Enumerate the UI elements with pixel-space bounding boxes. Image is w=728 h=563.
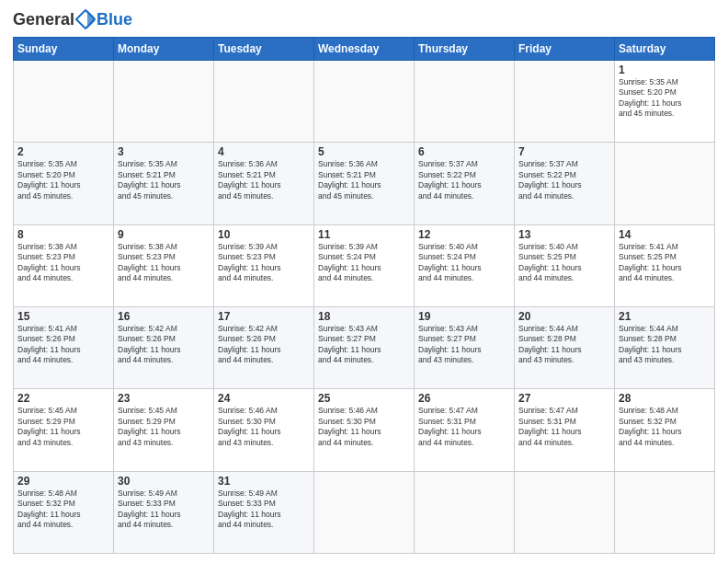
day-info: Sunrise: 5:36 AMSunset: 5:21 PMDaylight:… (318, 159, 381, 200)
calendar-header-tuesday: Tuesday (214, 38, 314, 61)
calendar-day-28: 28Sunrise: 5:48 AMSunset: 5:32 PMDayligh… (615, 389, 715, 471)
day-number: 3 (118, 145, 210, 158)
day-number: 6 (418, 145, 510, 158)
day-number: 23 (118, 392, 210, 405)
calendar-day-11: 11Sunrise: 5:39 AMSunset: 5:24 PMDayligh… (314, 224, 415, 306)
page: General Blue SundayMondayTuesdayWednesda… (0, 0, 728, 563)
day-info: Sunrise: 5:49 AMSunset: 5:33 PMDaylight:… (118, 488, 181, 529)
day-info: Sunrise: 5:37 AMSunset: 5:22 PMDaylight:… (418, 159, 482, 200)
day-number: 2 (17, 145, 109, 158)
calendar-table: SundayMondayTuesdayWednesdayThursdayFrid… (13, 37, 715, 554)
day-number: 7 (518, 145, 610, 158)
day-info: Sunrise: 5:44 AMSunset: 5:28 PMDaylight:… (619, 324, 682, 364)
header: General Blue (13, 9, 715, 29)
day-number: 5 (318, 145, 410, 158)
day-info: Sunrise: 5:48 AMSunset: 5:32 PMDaylight:… (17, 488, 81, 529)
logo-general: General (13, 10, 74, 29)
day-number: 26 (418, 392, 510, 405)
day-info: Sunrise: 5:37 AMSunset: 5:22 PMDaylight:… (518, 159, 582, 200)
day-info: Sunrise: 5:43 AMSunset: 5:27 PMDaylight:… (418, 324, 482, 364)
empty-cell (415, 61, 515, 143)
day-info: Sunrise: 5:38 AMSunset: 5:23 PMDaylight:… (17, 242, 81, 282)
day-info: Sunrise: 5:45 AMSunset: 5:29 PMDaylight:… (118, 406, 181, 446)
day-number: 22 (17, 392, 109, 405)
empty-cell (615, 143, 715, 224)
day-number: 28 (619, 392, 711, 405)
empty-cell (415, 471, 515, 553)
calendar-day-30: 30Sunrise: 5:49 AMSunset: 5:33 PMDayligh… (114, 471, 214, 553)
calendar-header-row: SundayMondayTuesdayWednesdayThursdayFrid… (14, 38, 715, 61)
day-info: Sunrise: 5:48 AMSunset: 5:32 PMDaylight:… (619, 406, 682, 446)
calendar-day-5: 5Sunrise: 5:36 AMSunset: 5:21 PMDaylight… (314, 143, 415, 224)
calendar-day-24: 24Sunrise: 5:46 AMSunset: 5:30 PMDayligh… (214, 389, 314, 471)
day-number: 1 (619, 63, 711, 76)
calendar-week-2: 2Sunrise: 5:35 AMSunset: 5:20 PMDaylight… (14, 143, 715, 224)
calendar-day-18: 18Sunrise: 5:43 AMSunset: 5:27 PMDayligh… (314, 306, 415, 388)
day-number: 13 (518, 228, 610, 241)
day-number: 11 (318, 228, 410, 241)
calendar-header-thursday: Thursday (415, 38, 515, 61)
day-number: 4 (218, 145, 310, 158)
logo: General Blue (13, 9, 132, 29)
day-number: 25 (318, 392, 410, 405)
day-info: Sunrise: 5:35 AMSunset: 5:20 PMDaylight:… (17, 159, 81, 200)
calendar-day-23: 23Sunrise: 5:45 AMSunset: 5:29 PMDayligh… (114, 389, 214, 471)
calendar-day-15: 15Sunrise: 5:41 AMSunset: 5:26 PMDayligh… (14, 306, 114, 388)
calendar-week-6: 29Sunrise: 5:48 AMSunset: 5:32 PMDayligh… (14, 471, 715, 553)
calendar-day-21: 21Sunrise: 5:44 AMSunset: 5:28 PMDayligh… (615, 306, 715, 388)
day-number: 17 (218, 310, 310, 323)
calendar-day-17: 17Sunrise: 5:42 AMSunset: 5:26 PMDayligh… (214, 306, 314, 388)
svg-marker-1 (87, 10, 95, 29)
calendar-header-sunday: Sunday (14, 38, 114, 61)
calendar-header-friday: Friday (515, 38, 615, 61)
calendar-day-10: 10Sunrise: 5:39 AMSunset: 5:23 PMDayligh… (214, 224, 314, 306)
day-info: Sunrise: 5:46 AMSunset: 5:30 PMDaylight:… (318, 406, 381, 446)
calendar-day-19: 19Sunrise: 5:43 AMSunset: 5:27 PMDayligh… (415, 306, 515, 388)
calendar-day-14: 14Sunrise: 5:41 AMSunset: 5:25 PMDayligh… (615, 224, 715, 306)
day-number: 21 (619, 310, 711, 323)
day-number: 27 (518, 392, 610, 405)
day-number: 9 (118, 228, 210, 241)
calendar-header-wednesday: Wednesday (314, 38, 415, 61)
calendar-day-25: 25Sunrise: 5:46 AMSunset: 5:30 PMDayligh… (314, 389, 415, 471)
empty-cell (214, 61, 314, 143)
calendar-day-2: 2Sunrise: 5:35 AMSunset: 5:20 PMDaylight… (14, 143, 114, 224)
calendar-day-1: 1Sunrise: 5:35 AMSunset: 5:20 PMDaylight… (615, 61, 715, 143)
day-number: 10 (218, 228, 310, 241)
calendar-week-1: 1Sunrise: 5:35 AMSunset: 5:20 PMDaylight… (14, 61, 715, 143)
day-number: 20 (518, 310, 610, 323)
day-number: 16 (118, 310, 210, 323)
calendar-day-9: 9Sunrise: 5:38 AMSunset: 5:23 PMDaylight… (114, 224, 214, 306)
day-info: Sunrise: 5:46 AMSunset: 5:30 PMDaylight:… (218, 406, 281, 446)
day-number: 8 (17, 228, 109, 241)
day-info: Sunrise: 5:47 AMSunset: 5:31 PMDaylight:… (418, 406, 482, 446)
calendar-header-saturday: Saturday (615, 38, 715, 61)
calendar-week-5: 22Sunrise: 5:45 AMSunset: 5:29 PMDayligh… (14, 389, 715, 471)
calendar-day-13: 13Sunrise: 5:40 AMSunset: 5:25 PMDayligh… (515, 224, 615, 306)
day-number: 18 (318, 310, 410, 323)
calendar-header-monday: Monday (114, 38, 214, 61)
day-info: Sunrise: 5:38 AMSunset: 5:23 PMDaylight:… (118, 242, 181, 282)
day-info: Sunrise: 5:44 AMSunset: 5:28 PMDaylight:… (518, 324, 582, 364)
day-info: Sunrise: 5:42 AMSunset: 5:26 PMDaylight:… (118, 324, 181, 364)
calendar-day-3: 3Sunrise: 5:35 AMSunset: 5:21 PMDaylight… (114, 143, 214, 224)
day-info: Sunrise: 5:42 AMSunset: 5:26 PMDaylight:… (218, 324, 281, 364)
day-info: Sunrise: 5:41 AMSunset: 5:25 PMDaylight:… (619, 242, 682, 282)
empty-cell (14, 61, 114, 143)
day-number: 29 (17, 475, 109, 488)
day-number: 15 (17, 310, 109, 323)
calendar-week-4: 15Sunrise: 5:41 AMSunset: 5:26 PMDayligh… (14, 306, 715, 388)
calendar-week-3: 8Sunrise: 5:38 AMSunset: 5:23 PMDaylight… (14, 224, 715, 306)
calendar-day-7: 7Sunrise: 5:37 AMSunset: 5:22 PMDaylight… (515, 143, 615, 224)
empty-cell (615, 471, 715, 553)
day-info: Sunrise: 5:40 AMSunset: 5:24 PMDaylight:… (418, 242, 482, 282)
logo-text: General Blue (13, 9, 132, 29)
logo-blue: Blue (97, 10, 132, 29)
empty-cell (314, 471, 415, 553)
calendar-day-31: 31Sunrise: 5:49 AMSunset: 5:33 PMDayligh… (214, 471, 314, 553)
day-info: Sunrise: 5:41 AMSunset: 5:26 PMDaylight:… (17, 324, 81, 364)
calendar-day-22: 22Sunrise: 5:45 AMSunset: 5:29 PMDayligh… (14, 389, 114, 471)
day-number: 24 (218, 392, 310, 405)
empty-cell (114, 61, 214, 143)
day-info: Sunrise: 5:45 AMSunset: 5:29 PMDaylight:… (17, 406, 81, 446)
